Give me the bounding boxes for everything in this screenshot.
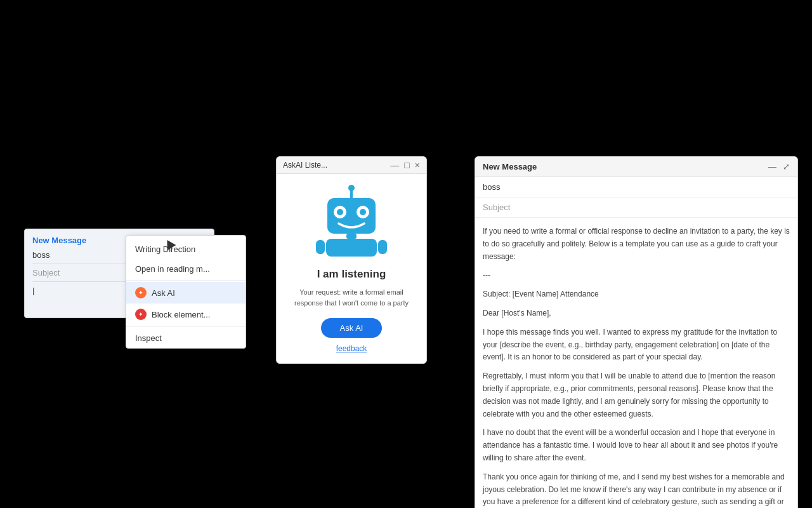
- email-body-para-2: Subject: [Event Name] Attendance: [483, 288, 790, 301]
- context-menu-inspect[interactable]: Inspect: [126, 328, 246, 348]
- context-menu: Writing Direction Open in reading m... ✦…: [126, 235, 246, 349]
- context-menu-ask-ai[interactable]: ✦ Ask AI: [126, 282, 246, 304]
- askai-body: I am listening Your request: write a for…: [277, 174, 426, 363]
- svg-point-5: [337, 209, 343, 215]
- context-menu-block-element[interactable]: ✦ Block element...: [126, 304, 246, 325]
- askai-maximize-button[interactable]: □: [404, 161, 409, 170]
- askai-title: AskAI Liste...: [283, 161, 327, 170]
- svg-rect-10: [378, 240, 387, 254]
- open-reading-label: Open in reading m...: [135, 264, 210, 274]
- left-panel: New Message boss Subject | Writing Direc…: [24, 229, 214, 318]
- block-element-label: Block element...: [152, 310, 211, 319]
- askai-close-button[interactable]: ×: [415, 161, 420, 170]
- svg-point-1: [348, 185, 355, 191]
- svg-rect-8: [326, 239, 377, 257]
- email-body-para-6: I have no doubt that the event will be a…: [483, 427, 790, 464]
- email-panel: New Message — ⤢ boss Subject If you need…: [475, 156, 798, 508]
- email-body-para-3: Dear [Host's Name],: [483, 307, 790, 320]
- askai-minimize-button[interactable]: —: [390, 161, 399, 170]
- svg-rect-7: [346, 234, 357, 239]
- askai-titlebar: AskAI Liste... — □ ×: [277, 157, 426, 174]
- block-element-icon: ✦: [135, 309, 147, 320]
- svg-point-6: [360, 209, 366, 215]
- askai-panel: AskAI Liste... — □ ×: [276, 156, 427, 364]
- email-controls: — ⤢: [768, 162, 790, 171]
- ask-ai-icon: ✦: [135, 287, 147, 298]
- askai-feedback-link[interactable]: feedback: [285, 344, 417, 353]
- ask-ai-button[interactable]: Ask AI: [321, 318, 383, 338]
- email-subject-row: Subject: [475, 197, 797, 218]
- context-menu-open-reading[interactable]: Open in reading m...: [126, 259, 246, 279]
- context-menu-writing-direction[interactable]: Writing Direction: [126, 239, 246, 259]
- email-to-row: boss: [475, 177, 797, 197]
- context-menu-separator-2: [126, 326, 246, 327]
- robot-icon: [313, 184, 390, 260]
- askai-request-text: Your request: write a formal email respo…: [285, 287, 417, 308]
- email-body-para-1: ---: [483, 269, 790, 282]
- email-body-para-7: Thank you once again for thinking of me,…: [483, 471, 790, 508]
- email-titlebar: New Message — ⤢: [475, 157, 797, 177]
- email-body-para-0: If you need to write a formal or officia…: [483, 225, 790, 263]
- askai-controls: — □ ×: [390, 161, 420, 170]
- svg-rect-9: [316, 240, 325, 254]
- ask-ai-label: Ask AI: [152, 288, 175, 298]
- email-body-para-5: Regrettably, I must inform you that I wi…: [483, 370, 790, 420]
- email-body: If you need to write a formal or officia…: [475, 218, 797, 508]
- askai-listening-text: I am listening: [285, 268, 417, 281]
- email-minimize-button[interactable]: —: [768, 162, 776, 171]
- email-body-para-4: I hope this message finds you well. I wa…: [483, 326, 790, 364]
- inspect-label: Inspect: [135, 333, 162, 343]
- context-menu-separator-1: [126, 280, 246, 281]
- email-title: New Message: [483, 162, 537, 171]
- email-expand-button[interactable]: ⤢: [783, 162, 790, 171]
